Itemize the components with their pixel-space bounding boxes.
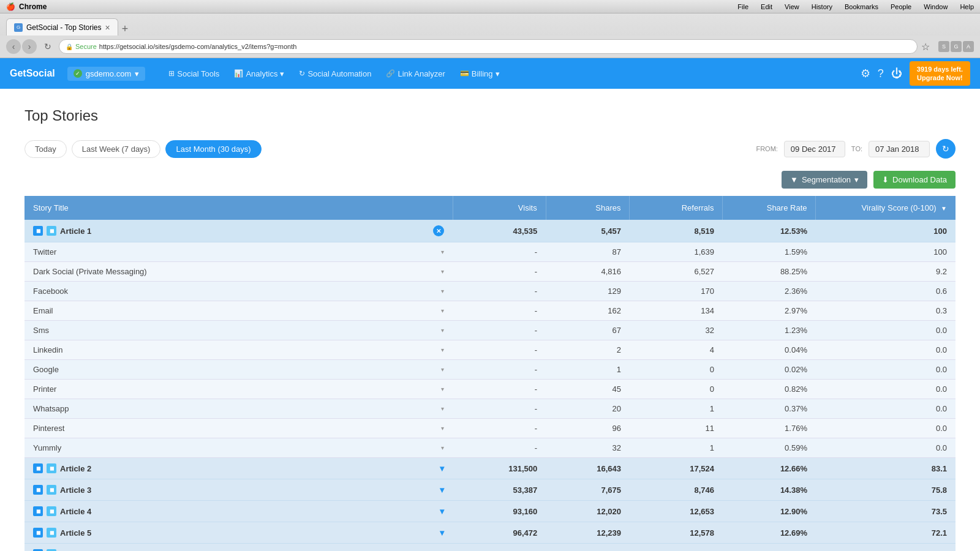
refresh-button[interactable]: ↻ [40, 39, 55, 54]
from-label: FROM: [756, 145, 777, 152]
app-header: GetSocial ✓ gsdemo.com ▾ ⊞ Social Tools … [0, 58, 980, 89]
date-refresh-button[interactable]: ↻ [936, 139, 956, 159]
site-selector[interactable]: ✓ gsdemo.com ▾ [67, 67, 145, 81]
channel-row: Email ▾ - 162 134 2.97% 0.3 [24, 301, 956, 321]
filter-row: Today Last Week (7 days) Last Month (30 … [24, 139, 956, 159]
mac-menu-window[interactable]: Window [924, 3, 948, 10]
site-chevron-icon: ▾ [135, 69, 139, 78]
table-header: Story Title Visits Shares Referrals Shar… [24, 196, 956, 220]
nav-social-tools[interactable]: ⊞ Social Tools [162, 66, 225, 82]
channel-expand-icon[interactable]: ▾ [441, 386, 444, 392]
tab-close-button[interactable]: × [105, 23, 110, 32]
channel-visits: - [453, 282, 546, 301]
automation-icon: ↻ [299, 69, 305, 78]
article-share-rate: 12.69% [723, 522, 816, 544]
article-row: ◼ ◼ Article 3 ▾ 53,387 7,675 8,746 14.38… [24, 479, 956, 501]
expand-button[interactable]: ▾ [440, 485, 444, 495]
channel-expand-icon[interactable]: ▾ [441, 425, 444, 432]
channel-expand-icon[interactable]: ▾ [441, 405, 444, 412]
channel-name: Pinterest [33, 424, 64, 433]
article-virality: 71.7 [816, 544, 956, 552]
site-name: gsdemo.com [86, 69, 131, 78]
article-icon1: ◼ [33, 226, 43, 236]
to-date-input[interactable]: 07 Jan 2018 [869, 141, 930, 157]
channel-expand-icon[interactable]: ▾ [441, 307, 444, 314]
collapse-button[interactable]: ✕ [433, 225, 444, 236]
upgrade-button[interactable]: 3919 days left. Upgrade Now! [910, 61, 970, 86]
mac-menu-people[interactable]: People [891, 3, 911, 10]
ext-3[interactable]: A [963, 41, 974, 52]
download-icon: ⬇ [882, 175, 889, 184]
channel-expand-icon[interactable]: ▾ [441, 249, 444, 255]
ext-2[interactable]: G [951, 41, 962, 52]
browser-tab[interactable]: G GetSocial - Top Stories × [6, 18, 118, 36]
article-virality: 72.1 [816, 522, 956, 544]
article-icon2: ◼ [47, 485, 56, 495]
article-row: ◼ ◼ Article 5 ▾ 96,472 12,239 12,578 12.… [24, 522, 956, 544]
nav-link-analyzer[interactable]: 🔗 Link Analyzer [380, 66, 451, 82]
settings-icon[interactable]: ⚙ [861, 67, 870, 80]
channel-referrals: 0 [630, 380, 723, 399]
channel-referrals: 6,527 [630, 262, 723, 282]
link-icon: 🔗 [386, 69, 395, 78]
nav-analytics[interactable]: 📊 Analytics ▾ [228, 66, 290, 82]
expand-button[interactable]: ▾ [440, 463, 444, 473]
channel-visits: - [453, 380, 546, 399]
back-button[interactable]: ‹ [6, 39, 21, 54]
from-date-input[interactable]: 09 Dec 2017 [784, 141, 845, 157]
page-title: Top Stories [24, 107, 956, 124]
segmentation-button[interactable]: ▼ Segmentation ▾ [782, 171, 867, 189]
download-data-button[interactable]: ⬇ Download Data [873, 171, 956, 189]
channel-shares: 87 [546, 242, 630, 262]
col-story-title: Story Title [24, 196, 453, 220]
col-shares: Shares [546, 196, 630, 220]
channel-name: Email [33, 306, 53, 315]
channel-name: Linkedin [33, 345, 62, 354]
mac-menu-view[interactable]: View [785, 3, 799, 10]
channel-virality: 0.0 [816, 399, 956, 419]
channel-share-rate: 0.82% [723, 380, 816, 399]
channel-virality: 0.6 [816, 282, 956, 301]
channel-referrals: 1 [630, 399, 723, 419]
channel-shares: 4,816 [546, 262, 630, 282]
channel-referrals: 11 [630, 419, 723, 438]
address-bar[interactable]: 🔒 Secure https://getsocial.io/sites/gsde… [59, 39, 918, 54]
mac-menu-history[interactable]: History [812, 3, 832, 10]
channel-virality: 0.0 [816, 360, 956, 380]
channel-expand-icon[interactable]: ▾ [441, 268, 444, 275]
billing-chevron-icon: ▾ [496, 69, 500, 78]
mac-menu-bookmarks[interactable]: Bookmarks [845, 3, 878, 10]
article-shares: 7,675 [546, 479, 630, 501]
article-title: Article 5 [60, 528, 91, 538]
new-tab-button[interactable]: + [122, 23, 129, 36]
mac-menu-help[interactable]: Help [960, 3, 974, 10]
channel-expand-icon[interactable]: ▾ [441, 347, 444, 353]
main-nav: ⊞ Social Tools 📊 Analytics ▾ ↻ Social Au… [162, 66, 505, 82]
ext-1[interactable]: S [938, 41, 949, 52]
last-month-filter[interactable]: Last Month (30 days) [165, 140, 261, 158]
forward-button[interactable]: › [22, 39, 37, 54]
expand-button[interactable]: ▾ [440, 528, 444, 538]
today-filter[interactable]: Today [24, 140, 67, 158]
article-shares: 16,643 [546, 458, 630, 479]
channel-expand-icon[interactable]: ▾ [441, 444, 444, 451]
upgrade-cta: Upgrade Now! [917, 73, 963, 82]
channel-expand-icon[interactable]: ▾ [441, 366, 444, 373]
star-button[interactable]: ☆ [921, 41, 930, 53]
channel-row: Linkedin ▾ - 2 4 0.04% 0.0 [24, 340, 956, 360]
nav-billing[interactable]: 💳 Billing ▾ [454, 66, 506, 82]
expand-button[interactable]: ▾ [440, 506, 444, 516]
mac-menu: File Edit View History Bookmarks People … [737, 3, 974, 10]
power-icon[interactable]: ⏻ [891, 67, 902, 80]
article-icon2: ◼ [47, 463, 56, 473]
channel-expand-icon[interactable]: ▾ [441, 288, 444, 294]
mac-menu-edit[interactable]: Edit [761, 3, 772, 10]
mac-menu-file[interactable]: File [737, 3, 748, 10]
nav-social-automation[interactable]: ↻ Social Automation [293, 66, 377, 82]
channel-row: Whatsapp ▾ - 20 1 0.37% 0.0 [24, 399, 956, 419]
last-week-filter[interactable]: Last Week (7 days) [72, 140, 161, 158]
channel-share-rate: 1.23% [723, 321, 816, 340]
help-icon[interactable]: ? [878, 67, 884, 80]
channel-referrals: 170 [630, 282, 723, 301]
channel-expand-icon[interactable]: ▾ [441, 327, 444, 334]
